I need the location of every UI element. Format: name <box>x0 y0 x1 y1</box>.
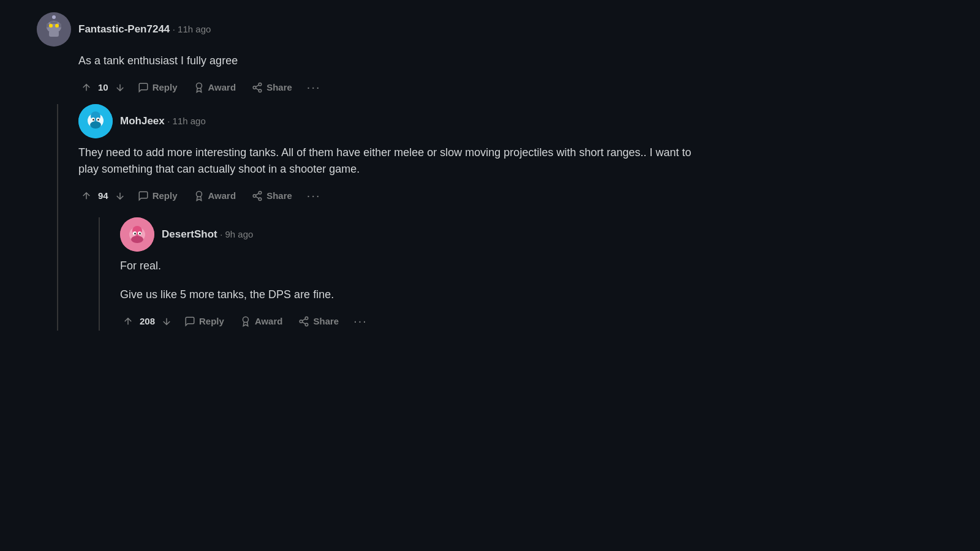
thread-line-1 <box>37 104 78 331</box>
svg-rect-5 <box>47 23 49 28</box>
svg-point-10 <box>258 83 262 86</box>
svg-point-26 <box>258 198 262 201</box>
more-btn-desertshot[interactable]: ··· <box>349 312 372 331</box>
svg-line-27 <box>256 197 259 198</box>
upvote-btn-desertshot[interactable] <box>120 313 136 329</box>
svg-point-24 <box>258 191 262 194</box>
comment-header-mohjeex: MohJeex · 11h ago <box>78 104 698 138</box>
svg-point-11 <box>253 86 256 89</box>
svg-point-35 <box>134 233 136 234</box>
comment-actions-fantastic: 10 Reply <box>78 78 698 97</box>
svg-point-22 <box>97 119 99 121</box>
award-btn-mohjeex[interactable]: Award <box>187 187 243 205</box>
share-btn-fantastic[interactable]: Share <box>246 78 298 97</box>
svg-line-28 <box>256 193 259 195</box>
svg-rect-6 <box>59 23 61 28</box>
comment-text-desertshot-2: Give us like 5 more tanks, the DPS are f… <box>120 287 698 303</box>
reply-btn-mohjeex[interactable]: Reply <box>132 187 184 205</box>
comment-header-fantastic: Fantastic-Pen7244 · 11h ago <box>37 12 698 47</box>
comment-desertshot-wrapper: DesertShot · 9h ago For real. Give us li… <box>78 217 698 331</box>
svg-point-25 <box>253 194 256 197</box>
svg-point-8 <box>52 15 56 19</box>
username-mohjeex: MohJeex · 11h ago <box>120 115 206 127</box>
upvote-btn-mohjeex[interactable] <box>78 188 94 204</box>
svg-point-4 <box>55 24 59 28</box>
svg-point-39 <box>300 320 303 323</box>
svg-point-18 <box>90 121 101 129</box>
vote-section-fantastic: 10 <box>78 80 128 96</box>
comment-text-mohjeex: They need to add more interesting tanks.… <box>78 144 698 178</box>
comment-body-fantastic: As a tank enthusiast I fully agree 10 <box>78 53 698 97</box>
svg-point-23 <box>196 191 202 197</box>
more-btn-fantastic[interactable]: ··· <box>302 78 326 97</box>
share-btn-mohjeex[interactable]: Share <box>246 187 298 205</box>
svg-point-12 <box>258 89 262 92</box>
avatar-mohjeex <box>78 104 113 138</box>
svg-rect-2 <box>49 31 59 37</box>
reply-btn-fantastic[interactable]: Reply <box>132 78 184 97</box>
username-desertshot: DesertShot · 9h ago <box>162 228 253 241</box>
more-btn-mohjeex[interactable]: ··· <box>302 186 326 205</box>
upvote-btn-fantastic[interactable] <box>78 80 94 96</box>
award-btn-desertshot[interactable]: Award <box>234 312 289 331</box>
comment-text-desertshot-1: For real. <box>120 258 698 274</box>
avatar-desertshot <box>120 217 154 252</box>
svg-point-40 <box>306 323 309 326</box>
comment-text-fantastic: As a tank enthusiast I fully agree <box>78 53 698 69</box>
avatar-fantastic <box>37 12 71 47</box>
svg-point-38 <box>306 317 309 320</box>
comments-container: Fantastic-Pen7244 · 11h ago As a tank en… <box>0 0 735 343</box>
comment-fantastic: Fantastic-Pen7244 · 11h ago As a tank en… <box>37 12 698 97</box>
vote-count-desertshot: 208 <box>140 316 155 326</box>
vote-section-desertshot: 208 <box>120 313 175 329</box>
svg-point-32 <box>131 236 143 243</box>
vote-count-fantastic: 10 <box>98 82 108 92</box>
comment-mohjeex: MohJeex · 11h ago They need to add more … <box>78 104 698 331</box>
svg-point-36 <box>139 233 141 234</box>
downvote-btn-fantastic[interactable] <box>112 80 128 96</box>
svg-line-42 <box>303 318 306 320</box>
comment-desertshot: DesertShot · 9h ago For real. Give us li… <box>120 217 698 331</box>
comment-header-desertshot: DesertShot · 9h ago <box>120 217 698 252</box>
svg-rect-7 <box>50 21 58 24</box>
share-btn-desertshot[interactable]: Share <box>292 312 345 331</box>
downvote-btn-mohjeex[interactable] <box>112 188 128 204</box>
vote-count-mohjeex: 94 <box>98 190 108 201</box>
svg-point-3 <box>49 24 53 28</box>
comment-actions-mohjeex: 94 Reply <box>78 186 698 205</box>
vote-section-mohjeex: 94 <box>78 188 128 204</box>
svg-point-37 <box>243 317 248 322</box>
thread-line-2 <box>78 217 120 331</box>
username-fantastic: Fantastic-Pen7244 · 11h ago <box>78 23 211 36</box>
svg-point-9 <box>196 83 202 88</box>
reply-btn-desertshot[interactable]: Reply <box>178 312 230 331</box>
svg-point-21 <box>92 119 94 121</box>
svg-line-41 <box>303 322 306 324</box>
comment-mohjeex-wrapper: MohJeex · 11h ago They need to add more … <box>37 104 698 331</box>
comment-actions-desertshot: 208 Reply <box>120 312 698 331</box>
svg-line-14 <box>256 84 259 86</box>
svg-line-13 <box>256 88 259 90</box>
downvote-btn-desertshot[interactable] <box>159 313 175 329</box>
award-btn-fantastic[interactable]: Award <box>187 78 243 97</box>
